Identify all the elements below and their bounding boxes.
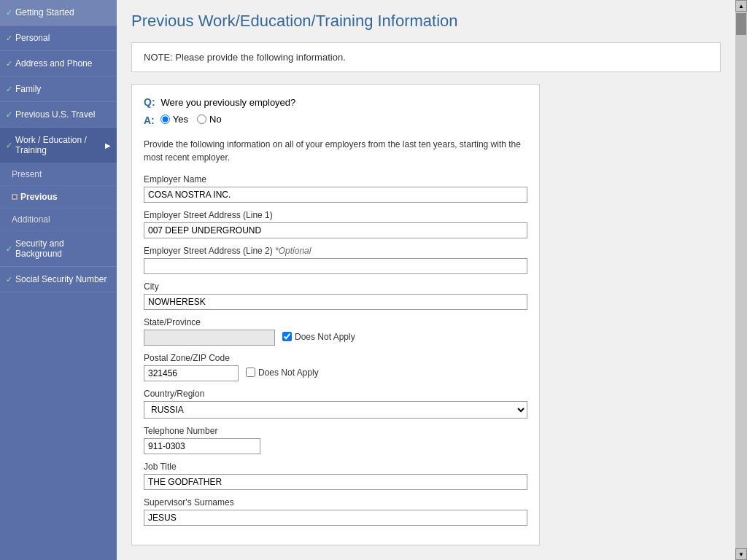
check-icon: ✓ (6, 85, 12, 94)
sidebar-item-family[interactable]: ✓ Family (0, 77, 117, 102)
radio-yes[interactable] (160, 114, 170, 124)
sidebar-subitem-additional[interactable]: Additional (0, 209, 117, 231)
postal-label: Postal Zone/ZIP Code (144, 353, 527, 363)
sidebar-item-personal[interactable]: ✓ Personal (0, 26, 117, 51)
page-title: Previous Work/Education/Training Informa… (131, 12, 721, 31)
sidebar: ✓ Getting Started ✓ Personal ✓ Address a… (0, 0, 117, 560)
state-input[interactable] (144, 330, 275, 346)
city-input[interactable] (144, 294, 527, 310)
telephone-group: Telephone Number (144, 426, 527, 454)
sidebar-item-work-education[interactable]: ✓ Work / Education / Training ▶ (0, 128, 117, 163)
state-group: State/Province Does Not Apply (144, 317, 527, 346)
check-icon: ✓ (6, 244, 12, 254)
sidebar-subitem-previous[interactable]: Previous (0, 186, 117, 209)
employer-name-label: Employer Name (144, 174, 527, 184)
supervisor-group: Supervisor's Surnames (144, 497, 527, 526)
supervisor-input[interactable] (144, 510, 527, 526)
street2-input[interactable] (144, 258, 527, 274)
question-row: Q: Were you previously employed? (144, 96, 527, 108)
check-icon: ✓ (6, 59, 12, 69)
bullet-icon (12, 194, 18, 200)
check-icon: ✓ (6, 8, 12, 18)
employer-name-group: Employer Name (144, 174, 527, 203)
sidebar-item-security-background[interactable]: ✓ Security and Background (0, 231, 117, 267)
radio-no[interactable] (197, 114, 206, 124)
check-icon: ✓ (6, 275, 12, 284)
scroll-down-arrow[interactable]: ▼ (735, 548, 747, 560)
city-label: City (144, 281, 527, 292)
street1-input[interactable] (144, 222, 527, 238)
q-label: Q: (144, 96, 155, 108)
street1-group: Employer Street Address (Line 1) (144, 210, 527, 238)
scroll-up-arrow[interactable]: ▲ (735, 0, 747, 12)
sidebar-item-address-phone[interactable]: ✓ Address and Phone (0, 51, 117, 77)
street2-group: Employer Street Address (Line 2) *Option… (144, 246, 527, 274)
a-label: A: (144, 114, 155, 126)
job-title-input[interactable] (144, 474, 527, 490)
radio-yes-label[interactable]: Yes (160, 114, 188, 125)
provide-text: Provide the following information on all… (144, 138, 527, 164)
supervisor-label: Supervisor's Surnames (144, 497, 527, 508)
state-label: State/Province (144, 317, 527, 327)
telephone-label: Telephone Number (144, 426, 527, 436)
postal-dna-label[interactable]: Does Not Apply (246, 368, 319, 378)
note-box: NOTE: Please provide the following infor… (131, 42, 721, 72)
state-dna-label[interactable]: Does Not Apply (282, 332, 355, 342)
job-title-group: Job Title (144, 462, 527, 490)
check-icon: ✓ (6, 141, 12, 150)
country-select[interactable]: RUSSIA UNITED STATES CHINA GERMANY FRANC… (144, 401, 527, 419)
postal-group: Postal Zone/ZIP Code Does Not Apply (144, 353, 527, 381)
radio-no-label[interactable]: No (197, 114, 222, 125)
postal-row: Does Not Apply (144, 365, 527, 381)
street2-label: Employer Street Address (Line 2) *Option… (144, 246, 527, 256)
check-icon: ✓ (6, 34, 12, 43)
sidebar-item-social-security[interactable]: ✓ Social Security Number (0, 267, 117, 292)
answer-row: A: Yes No (144, 114, 527, 132)
state-row: Does Not Apply (144, 330, 527, 346)
form-panel: Q: Were you previously employed? A: Yes … (131, 84, 540, 545)
sidebar-item-previous-travel[interactable]: ✓ Previous U.S. Travel (0, 102, 117, 128)
check-icon: ✓ (6, 110, 12, 120)
radio-group: Yes No (160, 114, 222, 125)
scroll-track[interactable] (735, 12, 747, 548)
country-label: Country/Region (144, 389, 527, 399)
state-dna-checkbox[interactable] (282, 332, 292, 341)
question-text: Were you previously employed? (161, 97, 296, 108)
job-title-label: Job Title (144, 462, 527, 472)
scrollbar[interactable]: ▲ ▼ (735, 0, 747, 560)
scroll-thumb[interactable] (736, 13, 746, 35)
country-group: Country/Region RUSSIA UNITED STATES CHIN… (144, 389, 527, 419)
street1-label: Employer Street Address (Line 1) (144, 210, 527, 220)
postal-dna-checkbox[interactable] (246, 368, 255, 377)
expand-icon: ▶ (105, 141, 111, 149)
content-area: Previous Work/Education/Training Informa… (117, 0, 735, 560)
optional-label: *Optional (275, 246, 311, 256)
employer-name-input[interactable] (144, 187, 527, 203)
postal-input[interactable] (144, 365, 239, 381)
sidebar-subitem-present[interactable]: Present (0, 163, 117, 186)
telephone-input[interactable] (144, 438, 260, 454)
sidebar-item-getting-started[interactable]: ✓ Getting Started (0, 0, 117, 26)
city-group: City (144, 281, 527, 310)
